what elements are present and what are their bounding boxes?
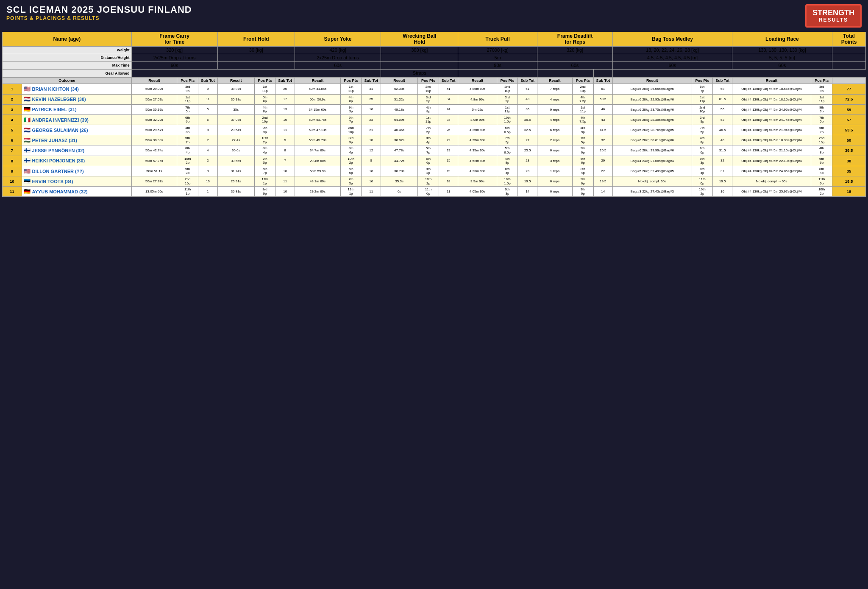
outcome-label: Outcome bbox=[3, 77, 132, 84]
event-6-pos: 1st11p bbox=[572, 104, 593, 114]
event-6-result: 7 reps bbox=[537, 84, 572, 94]
oh-sub-5: Sub Tot bbox=[518, 77, 537, 84]
event-8-pos: 9th3p bbox=[811, 104, 832, 114]
event-6-sub: 61 bbox=[593, 84, 613, 94]
table-row: 7🇫🇮JESSE PYNNÖNEN (32)50m 42.74s8th4p430… bbox=[3, 145, 866, 156]
event-6-sub: 29 bbox=[593, 156, 613, 166]
event-4-sub: 19 bbox=[439, 145, 458, 156]
athlete-name-cell: 🇪🇪ERVIN TOOTS (34) bbox=[22, 176, 131, 187]
event-3-pos: 5th7p bbox=[340, 114, 362, 125]
event-2-pos: 3rd9p bbox=[254, 187, 275, 197]
oh-pos-4: Pos Pts bbox=[418, 77, 439, 84]
athlete-name: AYYUB MOHAMMAD (32) bbox=[32, 189, 88, 194]
event-6-pos: 4th7.5p bbox=[572, 94, 593, 104]
flag-icon: 🇫🇮 bbox=[24, 157, 31, 164]
rank-cell: 10 bbox=[3, 176, 22, 187]
event-4-sub: 15 bbox=[439, 156, 458, 166]
event-2-sub: 13 bbox=[275, 104, 295, 114]
distance-super-yoke: 2x25m Drop at turns bbox=[295, 54, 381, 61]
maxtime-super-yoke: 60s bbox=[295, 62, 381, 70]
event-8-result: Obj #4 130kg Obj #4 5m 21.15s@Obj#4 bbox=[732, 145, 811, 156]
event-1-sub: 2 bbox=[198, 156, 218, 166]
event-4-pos: 9th3p bbox=[418, 166, 439, 176]
event-1-sub: 9 bbox=[198, 84, 218, 94]
event-6-sub: 14 bbox=[593, 187, 613, 197]
event-2-sub: 10 bbox=[275, 187, 295, 197]
oh-pos-8: Pos Pts bbox=[811, 77, 832, 84]
event-3-pos: 9th3p bbox=[340, 104, 362, 114]
athlete-name-cell: 🇺🇸DILLON GARTNER (??) bbox=[22, 166, 131, 176]
event-7-sub: 16 bbox=[713, 187, 732, 197]
oh-result-6: Result bbox=[537, 77, 572, 84]
total-points: 39.5 bbox=[832, 145, 866, 156]
event-2-result: 30.66s bbox=[217, 156, 254, 166]
event-2-result: 29.54s bbox=[217, 125, 254, 135]
col-frame-carry-header: Frame Carryfor Time bbox=[131, 32, 217, 46]
event-6-sub: 27 bbox=[593, 166, 613, 176]
event-6-result: 9 reps bbox=[537, 104, 572, 114]
event-8-result: No obj. compl. -- 60s bbox=[732, 176, 811, 187]
event-3-result: 50m 49.78s bbox=[295, 135, 341, 145]
event-7-result: Bag #6 28kg 23.75s@Bag#6 bbox=[613, 104, 692, 114]
col-total-header: TotalPoints bbox=[832, 32, 866, 46]
distance-label: Distance/Height bbox=[3, 54, 132, 61]
logo-line1: STRENGTH bbox=[812, 9, 854, 17]
event-4-pos: 3rd9p bbox=[418, 94, 439, 104]
maxtime-frame-deadlift: 60s bbox=[537, 62, 612, 70]
event-2-pos: 4th8p bbox=[254, 104, 275, 114]
event-7-sub: 19.5 bbox=[713, 176, 732, 187]
event-5-pos: 5th6.5p bbox=[497, 125, 518, 135]
event-6-result: 4 reps bbox=[537, 94, 572, 104]
event-2-sub: 8 bbox=[275, 145, 295, 156]
event-1-pos: 6th6p bbox=[177, 114, 198, 125]
event-8-pos: 7th5p bbox=[811, 114, 832, 125]
event-7-pos: 7th5p bbox=[692, 125, 713, 135]
oh-result-3: Result bbox=[295, 77, 341, 84]
event-4-sub: 34 bbox=[439, 94, 458, 104]
event-2-pos: 8th4p bbox=[254, 145, 275, 156]
event-7-result: Bag #5 26kg 28.76s@Bag#5 bbox=[613, 125, 692, 135]
event-6-result: 0 reps bbox=[537, 176, 572, 187]
event-2-pos: 11th1p bbox=[254, 176, 275, 187]
logo-line2: RESULTS bbox=[812, 17, 854, 23]
event-2-sub: 16 bbox=[275, 114, 295, 125]
athlete-name: HEIKKI POHJONEN (30) bbox=[32, 158, 85, 163]
event-8-result: Obj #4 130kg Obj #4 5m 18.39s@Obj#4 bbox=[732, 135, 811, 145]
oh-pos-3: Pos Pts bbox=[340, 77, 362, 84]
event-1-sub: 7 bbox=[198, 135, 218, 145]
oh-result-1: Result bbox=[131, 77, 177, 84]
event-2-result: 30.6s bbox=[217, 145, 254, 156]
flag-icon: 🇮🇹 bbox=[24, 117, 31, 123]
event-4-sub: 18 bbox=[439, 176, 458, 187]
col-frame-deadlift-header: Frame Deadliftfor Reps bbox=[537, 32, 612, 46]
event-2-result: 26.91s bbox=[217, 176, 254, 187]
gear-total bbox=[593, 70, 613, 77]
gear-spacer bbox=[131, 70, 381, 77]
event-5-sub: 35 bbox=[518, 104, 537, 114]
athlete-name: DILLON GARTNER (??) bbox=[32, 169, 84, 174]
event-2-sub: 20 bbox=[275, 84, 295, 94]
maxtime-label: Max Time bbox=[3, 62, 132, 70]
event-5-result: 4.35m 90s bbox=[458, 145, 497, 156]
maxtime-loading-race: 60s bbox=[732, 62, 832, 70]
event-3-result: 50m 53.75s bbox=[295, 114, 341, 125]
maxtime-wrecking-ball bbox=[381, 62, 458, 70]
event-2-result: 30.98s bbox=[217, 94, 254, 104]
event-3-result: 50m 50.9s bbox=[295, 94, 341, 104]
event-7-pos: 6th6p bbox=[692, 145, 713, 156]
event-2-result: 38.87s bbox=[217, 84, 254, 94]
oh-pos-2: Pos Pts bbox=[254, 77, 275, 84]
event-6-pos: 6th6p bbox=[572, 156, 593, 166]
event-5-result: 5m 62s bbox=[458, 104, 497, 114]
event-5-sub: 32.5 bbox=[518, 125, 537, 135]
maxtime-bag-toss: 60s bbox=[613, 62, 732, 70]
gear-label: Gear Allowed bbox=[3, 70, 132, 77]
event-8-pos: 11th0p bbox=[811, 176, 832, 187]
gear-frame-deadlift: Straps bbox=[381, 70, 458, 77]
flag-icon: 🇩🇪 bbox=[24, 106, 31, 113]
event-2-result: 36.81s bbox=[217, 187, 254, 197]
table-row: 11🇩🇪AYYUB MOHAMMAD (32)13.05m 60s11th1p1… bbox=[3, 187, 866, 197]
flag-icon: 🇪🇪 bbox=[24, 178, 31, 185]
event-2-pos: 5th7p bbox=[254, 166, 275, 176]
weight-label: Weight bbox=[3, 46, 132, 54]
